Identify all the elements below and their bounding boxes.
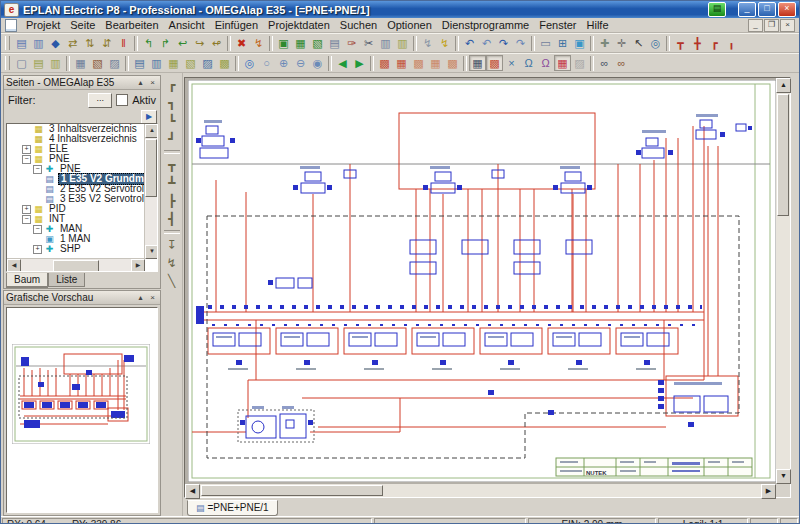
undo-icon[interactable]: ↶	[461, 35, 478, 51]
t-node-left-icon[interactable]: ┫	[162, 210, 181, 228]
previous-page-icon[interactable]: ↩	[174, 35, 191, 51]
insert-plot-frame-icon[interactable]: ▧	[89, 55, 106, 71]
corner-down-right-icon[interactable]: ┏	[162, 76, 181, 94]
canvas-vertical-scrollbar[interactable]: ▲ ▼	[776, 78, 790, 484]
potential-arrow-icon[interactable]: ↯	[162, 254, 181, 272]
status-resize-grip[interactable]	[780, 518, 798, 524]
canvas-vscroll-thumb[interactable]	[777, 94, 789, 216]
jump-forward-icon[interactable]: ↱	[157, 35, 174, 51]
paste-icon[interactable]: ▥	[394, 35, 411, 51]
canvas-horizontal-scrollbar[interactable]: ◀ ▶	[185, 484, 776, 497]
t-node-up-icon[interactable]: ┻	[162, 174, 181, 192]
page-navigator-icon[interactable]: ◆	[47, 35, 64, 51]
insert-page-macro-icon[interactable]: ▦	[72, 55, 89, 71]
collapse-icon[interactable]: −	[22, 155, 31, 164]
cascade-windows-icon[interactable]: ▧	[309, 35, 326, 51]
connection-cross-icon[interactable]: ╋	[689, 35, 706, 51]
angle-snap-icon[interactable]: ◎	[647, 35, 664, 51]
cut-icon[interactable]: ✂	[360, 35, 377, 51]
zoom-100-icon[interactable]: ○	[258, 55, 275, 71]
menu-ansicht[interactable]: Ansicht	[164, 19, 210, 32]
menu-projektdaten[interactable]: Projektdaten	[263, 19, 335, 32]
schematic-page[interactable]: NUTEK	[188, 80, 776, 482]
mdi-restore-button[interactable]: ❐	[764, 19, 779, 32]
insert-symbol-icon[interactable]: ▢	[13, 55, 30, 71]
print-quick-button[interactable]: ▤	[708, 2, 726, 17]
snap-omega-logic-icon[interactable]: Ω	[537, 55, 554, 71]
tab-baum[interactable]: Baum	[6, 273, 48, 288]
connection-point-arrow-icon[interactable]: ↧	[162, 236, 181, 254]
tree-item-shp[interactable]: +✚SHP	[7, 244, 145, 254]
edit-form-icon[interactable]: ▭	[537, 35, 554, 51]
close-button[interactable]: ×	[778, 2, 796, 17]
close-icon[interactable]: ×	[147, 78, 158, 88]
scroll-up-icon[interactable]: ▲	[776, 78, 791, 93]
close-icon[interactable]: ×	[147, 293, 158, 303]
toolbar-grip[interactable]	[5, 36, 10, 50]
snap-x-icon[interactable]: ×	[503, 55, 520, 71]
scroll-left-icon[interactable]: ◀	[7, 259, 21, 272]
page-properties-icon[interactable]: ▥	[30, 35, 47, 51]
collapse-icon[interactable]: −	[22, 215, 31, 224]
menu-hilfe[interactable]: Hilfe	[582, 19, 614, 32]
tree-item-4-inhaltsverzeichnis[interactable]: ▦4 Inhaltsverzeichnis	[7, 134, 145, 144]
connection-corner-icon[interactable]: ┏	[706, 35, 723, 51]
grid-size-5-icon[interactable]: ▩	[444, 55, 461, 71]
print-icon[interactable]: ▤	[326, 35, 343, 51]
undo-list-icon[interactable]: ↶	[478, 35, 495, 51]
goto-previous-device-icon[interactable]: ⇵	[98, 35, 115, 51]
menu-einfügen[interactable]: Einfügen	[210, 19, 263, 32]
find-icon[interactable]: ∞	[596, 55, 613, 71]
collapse-icon[interactable]: −	[33, 225, 42, 234]
apply-filter-button[interactable]: ▶	[141, 110, 157, 124]
corner-down-left-icon[interactable]: ┓	[162, 94, 181, 112]
title-bar[interactable]: e EPLAN Electric P8 - Professional - OME…	[1, 1, 799, 18]
device-action-c-icon[interactable]: ▦	[165, 55, 182, 71]
menu-bearbeiten[interactable]: Bearbeiten	[100, 19, 163, 32]
maximize-button[interactable]: □	[758, 2, 776, 17]
goto-page-icon[interactable]: ↫	[208, 35, 225, 51]
tree-hscroll-thumb[interactable]	[53, 260, 99, 272]
design-mode-icon[interactable]: ▦	[554, 55, 571, 71]
grid-size-3-icon[interactable]: ▩	[410, 55, 427, 71]
tree-scroll-thumb[interactable]	[145, 139, 157, 197]
tile-windows-icon[interactable]: ▦	[292, 35, 309, 51]
graphic-preview-toggle-icon[interactable]: ▣	[571, 35, 588, 51]
goto-next-device-icon[interactable]: ⇅	[81, 35, 98, 51]
connection-t-down-icon[interactable]: ┳	[672, 35, 689, 51]
goto-counterpart-icon[interactable]: ⇄	[64, 35, 81, 51]
grid-size-4-icon[interactable]: ▦	[427, 55, 444, 71]
edit-table-icon[interactable]: ⊞	[554, 35, 571, 51]
update-connections-icon[interactable]: ↯	[436, 35, 453, 51]
tab-liste[interactable]: Liste	[48, 273, 85, 287]
remove-page-icon[interactable]: ✖	[233, 35, 250, 51]
snap-to-grid-icon[interactable]: ▩	[486, 55, 503, 71]
scroll-down-icon[interactable]: ▼	[145, 245, 158, 259]
t-node-right-icon[interactable]: ┣	[162, 192, 181, 210]
coordinate-input-icon[interactable]: ✚	[596, 35, 613, 51]
zoom-entire-page-icon[interactable]: ◉	[309, 55, 326, 71]
document-icon[interactable]	[5, 19, 17, 32]
move-base-point-icon[interactable]: ✛	[613, 35, 630, 51]
insert-symbol-macro-icon[interactable]: ▥	[47, 55, 64, 71]
device-action-d-icon[interactable]: ▧	[182, 55, 199, 71]
expand-icon[interactable]: +	[33, 245, 42, 254]
toolbar-grip[interactable]	[5, 56, 10, 70]
goto-graphic-icon[interactable]: ↯	[250, 35, 267, 51]
grid-size-1-icon[interactable]: ▩	[376, 55, 393, 71]
tree-item-ele[interactable]: +▦ELE	[7, 144, 145, 154]
insert-form-icon[interactable]: ▨	[106, 55, 123, 71]
settings-wrench-icon[interactable]: ✑	[343, 35, 360, 51]
tree-item-3-e35-v2-servotrolley[interactable]: ▤3 E35 V2 Servotrolley	[7, 194, 145, 204]
navigate-back-icon[interactable]: ◀	[334, 55, 351, 71]
menu-suchen[interactable]: Suchen	[335, 19, 382, 32]
scroll-up-icon[interactable]: ▲	[145, 124, 158, 138]
page-preview-icon[interactable]: ▤	[13, 35, 30, 51]
canvas-hscroll-thumb[interactable]	[201, 485, 383, 496]
menu-seite[interactable]: Seite	[65, 19, 100, 32]
tree-vertical-scrollbar[interactable]: ▲ ▼	[144, 124, 157, 259]
redo-icon[interactable]: ↷	[495, 35, 512, 51]
pin-icon[interactable]: ▴	[135, 78, 146, 88]
scroll-right-icon[interactable]: ▶	[131, 259, 145, 272]
mdi-close-button[interactable]: ×	[780, 19, 795, 32]
